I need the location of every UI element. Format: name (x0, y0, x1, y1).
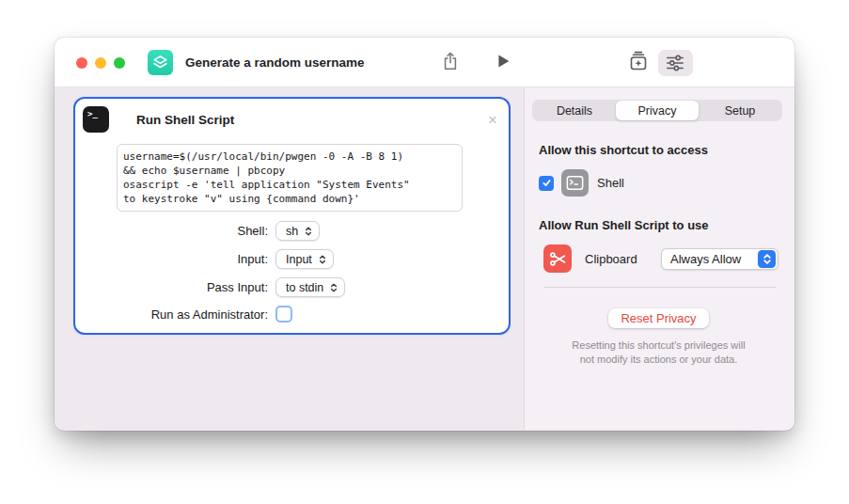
pass-input-select[interactable]: to stdin (275, 277, 345, 297)
inspector-panel: Details Privacy Setup Allow this shortcu… (525, 87, 794, 430)
clipboard-permission-value: Always Allow (670, 252, 741, 266)
clipboard-label: Clipboard (585, 252, 637, 266)
chevron-updown-icon (330, 282, 338, 293)
play-icon (496, 54, 511, 71)
shortcut-details-button[interactable] (657, 38, 693, 87)
sliders-icon (658, 50, 693, 76)
access-section-heading: Allow this shortcut to access (539, 143, 778, 157)
pass-input-field-label: Pass Input: (83, 280, 275, 294)
action-title: Run Shell Script (136, 113, 234, 127)
share-icon (441, 51, 460, 74)
chevron-updown-icon (305, 226, 312, 237)
shortcut-editor-canvas: >_ Run Shell Script × username=$(/usr/lo… (55, 87, 525, 430)
run-shortcut-button[interactable] (487, 38, 519, 87)
code-line: && echo $username | pbcopy (123, 164, 458, 178)
scissors-icon (543, 244, 572, 273)
tab-details[interactable]: Details (533, 101, 616, 120)
window-controls (76, 57, 125, 69)
remove-action-button[interactable]: × (488, 112, 497, 128)
shell-access-checkbox[interactable] (539, 176, 554, 191)
window-title: Generate a random username (185, 38, 365, 87)
shortcuts-window: Generate a random username (55, 38, 794, 431)
share-button[interactable] (434, 38, 466, 87)
run-as-admin-checkbox[interactable] (275, 306, 292, 323)
action-header: >_ Run Shell Script × (83, 106, 499, 133)
shortcut-app-icon (148, 50, 173, 75)
tab-setup[interactable]: Setup (699, 101, 781, 120)
checkmark-icon (542, 175, 552, 192)
input-select-value: Input (286, 253, 312, 266)
shell-access-label: Shell (597, 176, 624, 190)
input-field-label: Input: (83, 252, 275, 266)
chevron-updown-icon (758, 250, 776, 268)
shell-icon (561, 169, 589, 197)
caption-line-2: not modify its actions or your data. (580, 354, 738, 365)
shell-select-value: sh (286, 225, 298, 238)
titlebar: Generate a random username (55, 38, 794, 87)
code-line: osascript -e 'tell application "System E… (123, 178, 458, 192)
shell-script-input[interactable]: username=$(/usr/local/bin/pwgen -0 -A -B… (117, 144, 463, 212)
tab-privacy[interactable]: Privacy (616, 101, 699, 120)
code-line: to keystroke "v" using {command down}' (123, 192, 458, 206)
use-section-heading: Allow Run Shell Script to use (539, 218, 778, 232)
reset-privacy-button[interactable]: Reset Privacy (608, 308, 708, 328)
zoom-window-button[interactable] (114, 57, 125, 69)
run-as-admin-label: Run as Administrator: (83, 307, 275, 322)
shell-field-label: Shell: (83, 224, 275, 238)
clipboard-permission-row: Clipboard Always Allow (539, 244, 778, 273)
close-window-button[interactable] (76, 57, 87, 69)
action-library-icon (627, 50, 650, 75)
action-library-button[interactable] (622, 38, 654, 87)
run-shell-script-action[interactable]: >_ Run Shell Script × username=$(/usr/lo… (73, 97, 511, 335)
pass-input-select-value: to stdin (286, 281, 323, 294)
section-divider (543, 287, 777, 288)
chevron-updown-icon (319, 254, 326, 265)
inspector-tabs: Details Privacy Setup (532, 100, 782, 121)
reset-privacy-caption: Resetting this shortcut's privileges wil… (539, 339, 778, 367)
shell-access-row: Shell (539, 169, 778, 197)
terminal-icon: >_ (83, 106, 109, 133)
clipboard-permission-select[interactable]: Always Allow (661, 248, 778, 270)
code-line: username=$(/usr/local/bin/pwgen -0 -A -B… (123, 150, 458, 164)
caption-line-1: Resetting this shortcut's privileges wil… (572, 339, 745, 351)
input-select[interactable]: Input (275, 249, 334, 269)
close-icon: × (488, 111, 497, 129)
minimize-window-button[interactable] (95, 57, 106, 69)
shell-select[interactable]: sh (275, 221, 320, 241)
action-parameters: Shell: sh Input: Input Pass In (83, 221, 499, 323)
